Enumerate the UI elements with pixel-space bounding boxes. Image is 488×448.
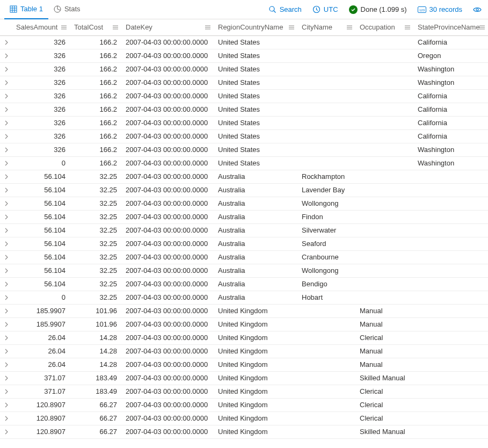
table-row[interactable]: 0166.22007-04-03 00:00:00.0000United Sta… bbox=[0, 156, 488, 170]
menu-icon[interactable] bbox=[289, 25, 294, 30]
table-row[interactable]: 326166.22007-04-03 00:00:00.0000United S… bbox=[0, 129, 488, 143]
cell-region: Australia bbox=[214, 170, 297, 183]
table-row[interactable]: 56.10432.252007-04-03 00:00:00.0000Austr… bbox=[0, 277, 488, 291]
table-row[interactable]: 26.0414.282007-04-03 00:00:00.0000United… bbox=[0, 331, 488, 344]
cell-totalcost: 32.25 bbox=[70, 237, 121, 250]
expand-row-icon[interactable] bbox=[0, 425, 12, 438]
col-cityname-label: CityName bbox=[302, 23, 332, 31]
expand-row-icon[interactable] bbox=[0, 411, 12, 425]
expand-row-icon[interactable] bbox=[0, 331, 12, 344]
table-row[interactable]: 56.10432.252007-04-03 00:00:00.0000Austr… bbox=[0, 264, 488, 277]
table-row[interactable]: 120.890766.272007-04-03 00:00:00.0000Uni… bbox=[0, 425, 488, 438]
expand-row-icon[interactable] bbox=[0, 62, 12, 76]
table-row[interactable]: 56.10432.252007-04-03 00:00:00.0000Austr… bbox=[0, 183, 488, 197]
cell-salesamount: 56.104 bbox=[12, 170, 70, 183]
expand-row-icon[interactable] bbox=[0, 385, 12, 398]
table-row[interactable]: 326166.22007-04-03 00:00:00.0000United S… bbox=[0, 103, 488, 116]
expand-row-icon[interactable] bbox=[0, 197, 12, 210]
table-row[interactable]: 326166.22007-04-03 00:00:00.0000United S… bbox=[0, 49, 488, 62]
cell-city bbox=[297, 411, 355, 425]
expand-row-icon[interactable] bbox=[0, 210, 12, 223]
table-row[interactable]: 326166.22007-04-03 00:00:00.0000United S… bbox=[0, 76, 488, 89]
expand-row-icon[interactable] bbox=[0, 371, 12, 385]
table-row[interactable]: 326166.22007-04-03 00:00:00.0000United S… bbox=[0, 116, 488, 129]
cell-city: Hobart bbox=[297, 291, 355, 304]
table-row[interactable]: 26.0414.282007-04-03 00:00:00.0000United… bbox=[0, 344, 488, 358]
cell-occupation: Clerical bbox=[355, 411, 413, 425]
search-button[interactable]: Search bbox=[263, 0, 307, 19]
menu-icon[interactable] bbox=[405, 25, 410, 30]
expand-row-icon[interactable] bbox=[0, 76, 12, 89]
tab-stats[interactable]: Stats bbox=[48, 0, 86, 19]
table-row[interactable]: 56.10432.252007-04-03 00:00:00.0000Austr… bbox=[0, 223, 488, 237]
cell-occupation bbox=[355, 170, 413, 183]
tab-table[interactable]: Table 1 bbox=[4, 0, 48, 19]
expand-row-icon[interactable] bbox=[0, 116, 12, 129]
table-row[interactable]: 326166.22007-04-03 00:00:00.0000United S… bbox=[0, 35, 488, 49]
col-stateprovincename[interactable]: StateProvinceName bbox=[413, 19, 488, 35]
cell-datekey: 2007-04-03 00:00:00.0000 bbox=[121, 103, 214, 116]
expand-row-icon[interactable] bbox=[0, 170, 12, 183]
expand-row-icon[interactable] bbox=[0, 237, 12, 250]
table-row[interactable]: 120.890766.272007-04-03 00:00:00.0000Uni… bbox=[0, 411, 488, 425]
cell-occupation bbox=[355, 49, 413, 62]
cell-datekey: 2007-04-03 00:00:00.0000 bbox=[121, 331, 214, 344]
table-row[interactable]: 032.252007-04-03 00:00:00.0000AustraliaH… bbox=[0, 291, 488, 304]
expand-row-icon[interactable] bbox=[0, 398, 12, 411]
expand-row-icon[interactable] bbox=[0, 156, 12, 170]
menu-icon[interactable] bbox=[479, 25, 485, 30]
col-salesamount[interactable]: SalesAmount bbox=[12, 19, 70, 35]
expand-row-icon[interactable] bbox=[0, 143, 12, 156]
col-occupation[interactable]: Occupation bbox=[355, 19, 413, 35]
cell-occupation bbox=[355, 116, 413, 129]
menu-icon[interactable] bbox=[347, 25, 352, 30]
menu-icon[interactable] bbox=[113, 25, 118, 30]
table-row[interactable]: 185.9907101.962007-04-03 00:00:00.0000Un… bbox=[0, 317, 488, 331]
table-row[interactable]: 56.10432.252007-04-03 00:00:00.0000Austr… bbox=[0, 170, 488, 183]
cell-state bbox=[413, 371, 488, 385]
menu-icon[interactable] bbox=[205, 25, 210, 30]
table-row[interactable]: 56.10432.252007-04-03 00:00:00.0000Austr… bbox=[0, 237, 488, 250]
expand-row-icon[interactable] bbox=[0, 129, 12, 143]
expand-row-icon[interactable] bbox=[0, 89, 12, 103]
records-count[interactable]: 123 30 records bbox=[412, 0, 468, 19]
table-row[interactable]: 56.10432.252007-04-03 00:00:00.0000Austr… bbox=[0, 197, 488, 210]
expand-row-icon[interactable] bbox=[0, 183, 12, 197]
col-cityname[interactable]: CityName bbox=[297, 19, 355, 35]
col-totalcost[interactable]: TotalCost bbox=[70, 19, 121, 35]
expand-row-icon[interactable] bbox=[0, 103, 12, 116]
table-row[interactable]: 326166.22007-04-03 00:00:00.0000United S… bbox=[0, 62, 488, 76]
table-row[interactable]: 371.07183.492007-04-03 00:00:00.0000Unit… bbox=[0, 371, 488, 385]
expand-row-icon[interactable] bbox=[0, 49, 12, 62]
expand-row-icon[interactable] bbox=[0, 304, 12, 317]
table-row[interactable]: 326166.22007-04-03 00:00:00.0000United S… bbox=[0, 89, 488, 103]
visibility-button[interactable] bbox=[468, 0, 484, 19]
expand-row-icon[interactable] bbox=[0, 264, 12, 277]
expand-row-icon[interactable] bbox=[0, 291, 12, 304]
expand-row-icon[interactable] bbox=[0, 344, 12, 358]
menu-icon[interactable] bbox=[61, 25, 67, 30]
expand-row-icon[interactable] bbox=[0, 358, 12, 371]
cell-occupation bbox=[355, 210, 413, 223]
table-row[interactable]: 26.0414.282007-04-03 00:00:00.0000United… bbox=[0, 358, 488, 371]
cell-occupation: Skilled Manual bbox=[355, 425, 413, 438]
expand-row-icon[interactable] bbox=[0, 317, 12, 331]
col-expand bbox=[0, 19, 12, 35]
table-row[interactable]: 371.07183.492007-04-03 00:00:00.0000Unit… bbox=[0, 385, 488, 398]
table-row[interactable]: 56.10432.252007-04-03 00:00:00.0000Austr… bbox=[0, 210, 488, 223]
table-row[interactable]: 185.9907101.962007-04-03 00:00:00.0000Un… bbox=[0, 304, 488, 317]
timezone-button[interactable]: UTC bbox=[307, 0, 344, 19]
expand-row-icon[interactable] bbox=[0, 277, 12, 291]
expand-row-icon[interactable] bbox=[0, 35, 12, 49]
cell-region: United Kingdom bbox=[214, 411, 297, 425]
col-datekey[interactable]: DateKey bbox=[121, 19, 214, 35]
cell-totalcost: 166.2 bbox=[70, 62, 121, 76]
expand-row-icon[interactable] bbox=[0, 250, 12, 264]
cell-salesamount: 56.104 bbox=[12, 277, 70, 291]
col-regioncountryname[interactable]: RegionCountryName bbox=[214, 19, 297, 35]
expand-row-icon[interactable] bbox=[0, 223, 12, 237]
table-row[interactable]: 326166.22007-04-03 00:00:00.0000United S… bbox=[0, 143, 488, 156]
cell-region: Australia bbox=[214, 183, 297, 197]
table-row[interactable]: 56.10432.252007-04-03 00:00:00.0000Austr… bbox=[0, 250, 488, 264]
table-row[interactable]: 120.890766.272007-04-03 00:00:00.0000Uni… bbox=[0, 398, 488, 411]
